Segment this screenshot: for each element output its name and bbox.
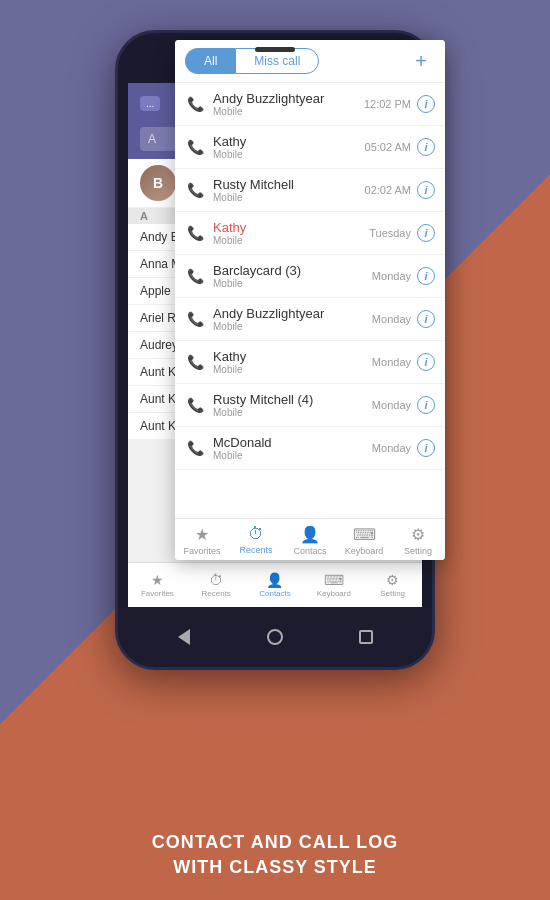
avatar: B xyxy=(140,165,176,201)
call-icon-wrapper: 📞 xyxy=(185,438,205,458)
phone-bottom-nav: ★ Favorites ⏱ Recents 👤 Contacts ⌨ Keybo… xyxy=(128,562,422,607)
call-item[interactable]: 📞 Andy Buzzlightyear Mobile 12:02 PM i xyxy=(175,83,445,126)
call-type: Mobile xyxy=(213,149,365,160)
clock-icon: ⏱ xyxy=(209,572,223,588)
call-icon-wrapper: 📞 xyxy=(185,309,205,329)
speaker xyxy=(255,47,295,52)
gear-icon: ⚙ xyxy=(386,572,399,588)
call-details: Andy Buzzlightyear Mobile xyxy=(213,91,364,117)
call-nav-recents[interactable]: ⏱ Recents xyxy=(229,519,283,560)
promo-line1: CONTACT AND CALL LOG xyxy=(0,830,550,855)
info-button[interactable]: i xyxy=(417,95,435,113)
call-nav-contacts[interactable]: 👤 Contacs xyxy=(283,519,337,560)
call-nav-favorites[interactable]: ★ Favorites xyxy=(175,519,229,560)
info-button[interactable]: i xyxy=(417,224,435,242)
phone-nav-contacts[interactable]: 👤 Contacts xyxy=(246,563,305,607)
info-button[interactable]: i xyxy=(417,267,435,285)
info-button[interactable]: i xyxy=(417,181,435,199)
call-name: Kathy xyxy=(213,134,365,149)
tab-all[interactable]: All xyxy=(185,48,235,74)
call-log-tabs: All Miss call + xyxy=(175,40,445,83)
home-button[interactable] xyxy=(265,627,285,647)
phone-nav-keyboard[interactable]: ⌨ Keyboard xyxy=(304,563,363,607)
recents-button[interactable] xyxy=(356,627,376,647)
call-details: Rusty Mitchell Mobile xyxy=(213,177,365,203)
call-name: Barclaycard (3) xyxy=(213,263,372,278)
call-type: Mobile xyxy=(213,450,372,461)
call-type: Mobile xyxy=(213,106,364,117)
keyboard-nav-icon: ⌨ xyxy=(353,525,376,544)
call-item[interactable]: 📞 Barclaycard (3) Mobile Monday i xyxy=(175,255,445,298)
call-item[interactable]: 📞 Rusty Mitchell (4) Mobile Monday i xyxy=(175,384,445,427)
call-details: Kathy Mobile xyxy=(213,349,372,375)
call-details: Barclaycard (3) Mobile xyxy=(213,263,372,289)
phone-nav-keyboard-label: Keyboard xyxy=(317,589,351,598)
call-type: Mobile xyxy=(213,364,372,375)
call-nav-favorites-label: Favorites xyxy=(183,546,220,556)
back-button[interactable] xyxy=(174,627,194,647)
call-nav-keyboard[interactable]: ⌨ Keyboard xyxy=(337,519,391,560)
call-name-missed: Kathy xyxy=(213,220,369,235)
call-type: Mobile xyxy=(213,321,372,332)
call-item[interactable]: 📞 Rusty Mitchell Mobile 02:02 AM i xyxy=(175,169,445,212)
call-name: Rusty Mitchell xyxy=(213,177,365,192)
phone-nav-setting[interactable]: ⚙ Setting xyxy=(363,563,422,607)
call-details: McDonald Mobile xyxy=(213,435,372,461)
info-button[interactable]: i xyxy=(417,439,435,457)
call-icon-wrapper: 📞 xyxy=(185,395,205,415)
call-name: Andy Buzzlightyear xyxy=(213,91,364,106)
call-nav-recents-label: Recents xyxy=(239,545,272,555)
phone-outgoing-icon: 📞 xyxy=(187,96,204,112)
phone-icon: 📞 xyxy=(187,268,204,284)
header-dots: ... xyxy=(140,96,160,111)
call-type: Mobile xyxy=(213,407,372,418)
call-type: Mobile xyxy=(213,278,372,289)
call-nav-setting[interactable]: ⚙ Setting xyxy=(391,519,445,560)
call-nav-contacts-label: Contacs xyxy=(293,546,326,556)
call-details: Rusty Mitchell (4) Mobile xyxy=(213,392,372,418)
call-time: Tuesday xyxy=(369,227,411,239)
call-icon-wrapper: 📞 xyxy=(185,266,205,286)
call-log-bottom-nav: ★ Favorites ⏱ Recents 👤 Contacs ⌨ Keyboa… xyxy=(175,518,445,560)
keyboard-icon: ⌨ xyxy=(324,572,344,588)
call-item[interactable]: 📞 Kathy Mobile Tuesday i xyxy=(175,212,445,255)
add-call-button[interactable]: + xyxy=(407,50,435,73)
back-triangle-icon xyxy=(178,629,190,645)
recents-square-icon xyxy=(359,630,373,644)
info-button[interactable]: i xyxy=(417,353,435,371)
call-item[interactable]: 📞 Kathy Mobile 05:02 AM i xyxy=(175,126,445,169)
setting-icon: ⚙ xyxy=(411,525,425,544)
phone-nav-favorites[interactable]: ★ Favorites xyxy=(128,563,187,607)
info-button[interactable]: i xyxy=(417,310,435,328)
call-item[interactable]: 📞 Kathy Mobile Monday i xyxy=(175,341,445,384)
call-nav-setting-label: Setting xyxy=(404,546,432,556)
call-details: Kathy Mobile xyxy=(213,134,365,160)
call-time: 05:02 AM xyxy=(365,141,411,153)
call-name: Rusty Mitchell (4) xyxy=(213,392,372,407)
call-log-panel: All Miss call + 📞 Andy Buzzlightyear Mob… xyxy=(175,40,445,560)
call-time: 02:02 AM xyxy=(365,184,411,196)
contacts-icon: 👤 xyxy=(266,572,283,588)
call-time: Monday xyxy=(372,399,411,411)
home-bar-area xyxy=(118,607,432,667)
missed-call-icon: 📞 xyxy=(187,225,204,241)
call-name: McDonald xyxy=(213,435,372,450)
call-time: Monday xyxy=(372,356,411,368)
call-type: Mobile xyxy=(213,235,369,246)
call-icon-wrapper: 📞 xyxy=(185,137,205,157)
info-button[interactable]: i xyxy=(417,138,435,156)
call-details: Andy Buzzlightyear Mobile xyxy=(213,306,372,332)
call-details: Kathy Mobile xyxy=(213,220,369,246)
call-item[interactable]: 📞 McDonald Mobile Monday i xyxy=(175,427,445,470)
phone-icon: 📞 xyxy=(187,354,204,370)
phone-nav-recents[interactable]: ⏱ Recents xyxy=(187,563,246,607)
favorites-icon: ★ xyxy=(195,525,209,544)
call-log-list: 📞 Andy Buzzlightyear Mobile 12:02 PM i 📞… xyxy=(175,83,445,518)
call-time: Monday xyxy=(372,442,411,454)
promo-text-area: CONTACT AND CALL LOG WITH CLASSY STYLE xyxy=(0,830,550,880)
info-button[interactable]: i xyxy=(417,396,435,414)
phone-nav-setting-label: Setting xyxy=(380,589,405,598)
call-item[interactable]: 📞 Andy Buzzlightyear Mobile Monday i xyxy=(175,298,445,341)
home-circle-icon xyxy=(267,629,283,645)
call-icon-wrapper: 📞 xyxy=(185,352,205,372)
